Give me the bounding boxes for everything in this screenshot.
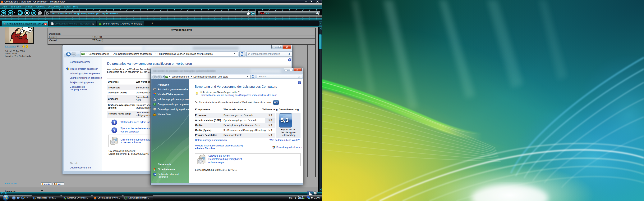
svg-text:?: ?: [113, 128, 116, 132]
svg-text:?: ?: [289, 59, 290, 61]
svg-text:?: ?: [113, 121, 116, 124]
svg-text:?: ?: [299, 82, 300, 84]
